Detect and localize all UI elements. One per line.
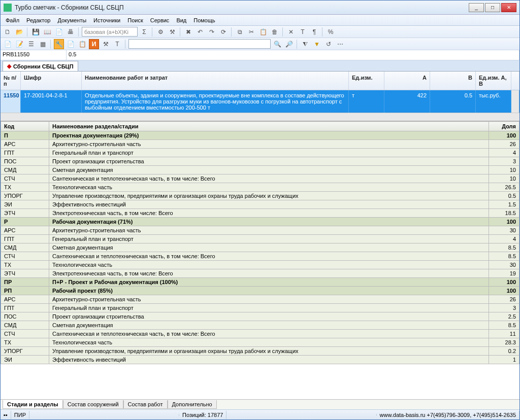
menu-service[interactable]: Сервис xyxy=(147,16,173,24)
search-combo[interactable] xyxy=(128,39,271,49)
table-row[interactable]: ГПТГенеральный план и транспорт3 xyxy=(1,304,519,312)
table-row[interactable]: ППроектная документация (29%)100 xyxy=(1,131,519,140)
cancel-icon[interactable]: ✕ xyxy=(286,27,296,37)
save-icon[interactable]: 💾 xyxy=(30,27,41,37)
menu-search[interactable]: Поиск xyxy=(124,16,146,24)
main-grid-row[interactable]: 11550 17-2001-04-2-8-1 Отдельные объекты… xyxy=(1,90,519,113)
page-icon[interactable]: 📄 xyxy=(54,27,64,37)
doc2-icon[interactable]: 📄 xyxy=(66,39,76,49)
cut-icon[interactable]: ✂ xyxy=(246,27,256,37)
restore-icon[interactable]: ↺ xyxy=(323,39,334,49)
more-icon[interactable]: ⋯ xyxy=(335,39,345,49)
doc-icon[interactable]: 📄 xyxy=(3,39,13,49)
table-row[interactable]: УПОРГУправление производством, предприят… xyxy=(1,192,519,200)
book-icon[interactable]: 📖 xyxy=(42,27,52,37)
tool-icon[interactable]: ⚙ xyxy=(155,27,166,37)
list-icon[interactable]: ☰ xyxy=(26,39,36,49)
col2-name[interactable]: Наименование раздела/стадии xyxy=(49,122,489,131)
menu-help[interactable]: Помощь xyxy=(190,16,218,24)
table-row[interactable]: СТЧСантехническая и теплотехническая час… xyxy=(1,330,519,338)
para-icon[interactable]: ¶ xyxy=(309,27,319,37)
paste-icon[interactable]: 📋 xyxy=(258,27,268,37)
maximize-button[interactable]: □ xyxy=(485,3,500,12)
table-row[interactable]: ГПТГенеральный план и транспорт4 xyxy=(1,235,519,243)
table-row[interactable]: СТЧСантехническая и теплотехническая час… xyxy=(1,174,519,183)
table-row[interactable]: ЭТЧЭлектротехническая часть, в том числе… xyxy=(1,209,519,218)
doc3-icon[interactable]: 📋 xyxy=(77,39,87,49)
menu-file[interactable]: Файл xyxy=(3,16,22,24)
close-button[interactable]: ✕ xyxy=(501,3,516,12)
btab-works[interactable]: Состав работ xyxy=(123,400,168,409)
table-row[interactable]: ПОСПроект организации строительства2.5 xyxy=(1,312,519,321)
grid-icon[interactable]: ▦ xyxy=(38,39,48,49)
table-row[interactable]: СМДСметная документация8.5 xyxy=(1,321,519,330)
cell-share: 26.5 xyxy=(489,183,519,192)
table-row[interactable]: ЭИЭффективность инвестиций1 xyxy=(1,356,519,364)
table-row[interactable]: СМДСметная документация10 xyxy=(1,166,519,174)
btab-extra[interactable]: Дополнительно xyxy=(168,400,217,409)
basis-combo[interactable]: базовая (a+bX)Ki xyxy=(82,27,138,37)
btab-stages[interactable]: Стадии и разделы xyxy=(3,400,63,409)
col-num[interactable]: № п/п xyxy=(1,72,21,90)
text2-icon[interactable]: T xyxy=(112,39,122,49)
scroll-gutter[interactable] xyxy=(511,90,519,113)
btab-structures[interactable]: Состав сооружений xyxy=(63,400,123,409)
menu-documents[interactable]: Документы xyxy=(54,16,89,24)
refresh-icon[interactable]: ⟳ xyxy=(218,27,229,37)
undo-icon[interactable]: ↶ xyxy=(195,27,205,37)
hscrollbar[interactable] xyxy=(1,113,519,121)
percent-icon[interactable]: % xyxy=(326,27,336,37)
cell-code: П xyxy=(1,131,49,140)
value-field[interactable]: 0.5 xyxy=(67,50,519,60)
table-row[interactable]: ТХТехнологическая часть28.3 xyxy=(1,338,519,347)
findnext-icon[interactable]: 🔎 xyxy=(284,39,294,49)
code-field[interactable]: PRB11550 xyxy=(1,50,67,60)
find-icon[interactable]: 🔍 xyxy=(272,39,282,49)
sigma-icon[interactable]: Σ xyxy=(139,27,149,37)
table-row[interactable]: ЭТЧЭлектротехническая часть, в том числе… xyxy=(1,269,519,278)
table-row[interactable]: СТЧСантехническая и теплотехническая час… xyxy=(1,252,519,261)
copy-icon[interactable]: ⧉ xyxy=(235,27,245,37)
col-code[interactable]: Шифр xyxy=(21,72,82,90)
tab-sbornik[interactable]: ◆ Сборники СБЦ, СБЦП xyxy=(3,61,78,71)
table-row[interactable]: ТХТехнологическая часть30 xyxy=(1,261,519,269)
trash-icon[interactable]: 🗑 xyxy=(270,27,280,37)
wrench-icon[interactable]: 🔧 xyxy=(54,39,64,49)
col-b[interactable]: В xyxy=(430,72,476,90)
bold-i-icon[interactable]: И xyxy=(89,39,99,49)
cell-name: Архитектурно-строительная часть xyxy=(49,226,489,235)
menu-editor[interactable]: Редактор xyxy=(23,16,53,24)
redo-icon[interactable]: ↷ xyxy=(207,27,217,37)
text-icon[interactable]: T xyxy=(298,27,308,37)
table-row[interactable]: ПРП+Р - Проект и Рабочая документация (1… xyxy=(1,278,519,287)
funnel-icon[interactable]: ▼ xyxy=(312,39,322,49)
filter-icon[interactable]: ⧨ xyxy=(300,39,310,49)
table-row[interactable]: АРСАрхитектурно-строительная часть26 xyxy=(1,140,519,149)
table-row[interactable]: СМДСметная документация8.5 xyxy=(1,243,519,252)
table-row[interactable]: ГПТГенеральный план и транспорт4 xyxy=(1,149,519,157)
table-row[interactable]: ТХТехнологическая часть26.5 xyxy=(1,183,519,192)
new-icon[interactable]: 🗋 xyxy=(3,27,13,37)
tool2-icon[interactable]: ⚒ xyxy=(167,27,177,37)
table-row[interactable]: РПРабочий проект (85%)100 xyxy=(1,287,519,295)
print-icon[interactable]: 🖶 xyxy=(66,27,76,37)
col-name[interactable]: Наименование работ и затрат xyxy=(82,72,349,90)
table-row[interactable]: ЭИЭффективность инвестиций1.5 xyxy=(1,200,519,209)
minimize-button[interactable]: _ xyxy=(469,3,484,12)
delete-icon[interactable]: ✖ xyxy=(183,27,193,37)
col-a[interactable]: А xyxy=(384,72,430,90)
menu-sources[interactable]: Источники xyxy=(90,16,123,24)
table-row[interactable]: АРСАрхитектурно-строительная часть30 xyxy=(1,226,519,235)
open-icon[interactable]: 📂 xyxy=(14,27,24,37)
tools-icon[interactable]: ⚒ xyxy=(101,39,111,49)
menu-view[interactable]: Вид xyxy=(173,16,189,24)
table-row[interactable]: АРСАрхитектурно-строительная часть26 xyxy=(1,295,519,304)
table-row[interactable]: УПОРГУправление производством, предприят… xyxy=(1,347,519,356)
col2-share[interactable]: Доля xyxy=(489,122,519,131)
table-row[interactable]: РРабочая документация (71%)100 xyxy=(1,218,519,226)
col-unitab[interactable]: Ед.изм. А, В xyxy=(476,72,511,90)
table-row[interactable]: ПОСПроект организации строительства3 xyxy=(1,157,519,166)
doctext-icon[interactable]: 📝 xyxy=(14,39,24,49)
col-unit[interactable]: Ед.изм. xyxy=(349,72,384,90)
col2-code[interactable]: Код xyxy=(1,122,49,131)
